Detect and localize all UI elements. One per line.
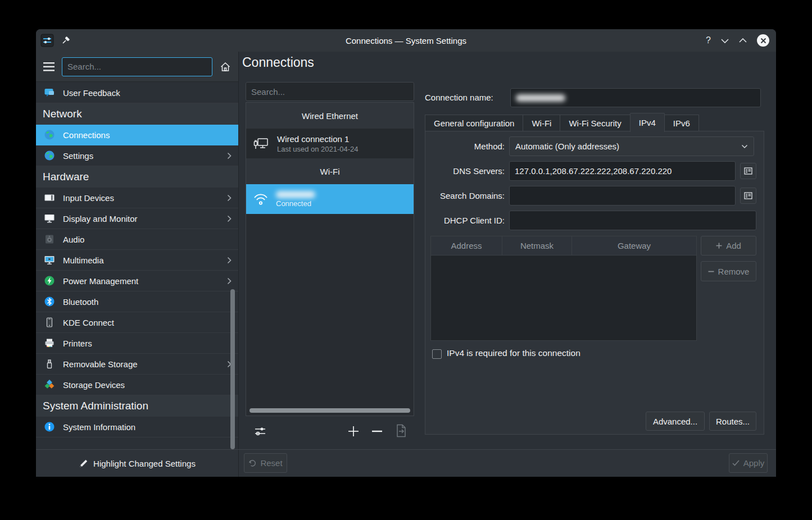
pin-icon[interactable] bbox=[61, 35, 71, 45]
window-body: User Feedback Network Connections Settin… bbox=[36, 52, 776, 477]
column-header-gateway[interactable]: Gateway bbox=[572, 236, 696, 255]
feedback-icon bbox=[44, 87, 55, 98]
sidebar-item-storage-devices[interactable]: Storage Devices bbox=[36, 375, 238, 395]
chevron-right-icon bbox=[227, 257, 232, 264]
home-icon[interactable] bbox=[220, 61, 231, 72]
connection-subtitle: Connected bbox=[276, 199, 315, 208]
globe-icon bbox=[44, 129, 55, 140]
system-settings-window: Connections — System Settings ? bbox=[36, 29, 776, 477]
bottom-bar: Highlight Changed Settings Reset Apply bbox=[36, 449, 776, 477]
connection-name-field[interactable] bbox=[510, 88, 761, 107]
reset-button[interactable]: Reset bbox=[244, 453, 287, 473]
export-connection-icon[interactable] bbox=[394, 423, 408, 438]
remove-address-label: Remove bbox=[718, 267, 750, 276]
sidebar-item-audio[interactable]: Audio bbox=[36, 229, 238, 250]
list-item-wifi-connection[interactable]: Connected bbox=[246, 184, 414, 214]
minimize-button[interactable] bbox=[721, 38, 729, 43]
method-combobox[interactable]: Automatic (Only addresses) bbox=[509, 136, 754, 156]
help-button[interactable]: ? bbox=[706, 35, 711, 45]
group-header-wired-ethernet: Wired Ethernet bbox=[246, 103, 414, 129]
sidebar-item-connections[interactable]: Connections bbox=[36, 125, 238, 145]
chevron-right-icon bbox=[227, 152, 232, 159]
tab-wifi[interactable]: Wi-Fi bbox=[523, 115, 560, 131]
sidebar-item-settings[interactable]: Settings bbox=[36, 145, 238, 166]
dns-servers-input[interactable] bbox=[509, 161, 736, 181]
routes-label: Routes... bbox=[716, 417, 750, 426]
search-domains-edit-list-button[interactable] bbox=[740, 188, 756, 204]
pencil-icon bbox=[79, 459, 88, 468]
connection-title: Wired connection 1 bbox=[277, 134, 359, 144]
apply-label: Apply bbox=[743, 458, 765, 468]
list-item-wired-connection-1[interactable]: Wired connection 1 Last used on 2021-04-… bbox=[246, 129, 414, 158]
chevron-right-icon bbox=[227, 215, 232, 222]
tab-general-configuration[interactable]: General configuration bbox=[425, 115, 523, 131]
configure-connection-icon[interactable] bbox=[253, 425, 267, 438]
apply-button[interactable]: Apply bbox=[729, 453, 768, 473]
method-label: Method: bbox=[425, 136, 505, 156]
sidebar-item-input-devices[interactable]: Input Devices bbox=[36, 188, 238, 208]
sidebar-item-multimedia[interactable]: Multimedia bbox=[36, 250, 238, 271]
ipv4-required-label: IPv4 is required for this connection bbox=[447, 348, 580, 358]
maximize-button[interactable] bbox=[739, 38, 747, 43]
sidebar-scrollbar[interactable] bbox=[230, 289, 235, 449]
storage-devices-icon bbox=[44, 379, 55, 390]
undo-icon bbox=[248, 459, 256, 467]
sidebar-item-label: Removable Storage bbox=[63, 359, 138, 369]
sidebar-item-bluetooth[interactable]: Bluetooth bbox=[36, 291, 238, 312]
addresses-table-header: Address Netmask Gateway bbox=[431, 236, 696, 256]
add-address-button[interactable]: Add bbox=[701, 236, 756, 256]
remove-address-button[interactable]: Remove bbox=[701, 261, 756, 281]
connections-search-input[interactable] bbox=[246, 82, 414, 101]
list-horizontal-scrollbar[interactable] bbox=[250, 408, 410, 413]
sidebar-item-label: Printers bbox=[63, 339, 92, 348]
sidebar-list: User Feedback Network Connections Settin… bbox=[36, 83, 238, 449]
column-header-netmask[interactable]: Netmask bbox=[502, 236, 572, 255]
advanced-button[interactable]: Advanced... bbox=[646, 412, 705, 431]
sidebar-item-kde-connect[interactable]: KDE Connect bbox=[36, 312, 238, 333]
dhcp-client-id-input[interactable] bbox=[509, 211, 756, 230]
wifi-icon bbox=[253, 193, 269, 206]
connections-list: Wired Ethernet Wired connection 1 bbox=[246, 102, 414, 416]
sidebar-section-hardware: Hardware bbox=[36, 166, 238, 188]
highlight-changed-settings[interactable]: Highlight Changed Settings bbox=[36, 450, 239, 477]
sidebar-item-power-management[interactable]: Power Management bbox=[36, 271, 238, 291]
sidebar-item-label: Settings bbox=[63, 151, 93, 161]
add-address-label: Add bbox=[726, 241, 741, 250]
sidebar-item-user-feedback[interactable]: User Feedback bbox=[36, 83, 238, 103]
tab-wifi-security[interactable]: Wi-Fi Security bbox=[560, 115, 629, 131]
multimedia-icon bbox=[44, 254, 55, 266]
wired-network-icon bbox=[253, 136, 270, 151]
search-domains-input[interactable] bbox=[509, 186, 736, 206]
column-header-address[interactable]: Address bbox=[431, 236, 502, 255]
sidebar-item-label: Display and Monitor bbox=[63, 214, 138, 223]
ipv4-required-checkbox[interactable] bbox=[432, 349, 442, 359]
sidebar-item-label: Storage Devices bbox=[63, 380, 125, 390]
sidebar-section-network: Network bbox=[36, 103, 238, 125]
redacted-name-value bbox=[516, 94, 565, 102]
hamburger-menu-icon[interactable] bbox=[43, 62, 55, 71]
method-value: Automatic (Only addresses) bbox=[515, 142, 619, 151]
tab-ipv6[interactable]: IPv6 bbox=[665, 115, 699, 131]
sidebar-item-system-information[interactable]: System Information bbox=[36, 417, 238, 437]
ipv4-tab-panel: Method: Automatic (Only addresses) DNS S… bbox=[425, 131, 764, 435]
dns-servers-edit-list-button[interactable] bbox=[740, 163, 756, 179]
routes-button[interactable]: Routes... bbox=[709, 412, 756, 431]
sidebar: User Feedback Network Connections Settin… bbox=[36, 52, 239, 449]
check-icon bbox=[732, 460, 740, 466]
desktop: Connections — System Settings ? bbox=[0, 0, 812, 520]
sidebar-item-label: Multimedia bbox=[63, 256, 104, 265]
sidebar-search-input[interactable] bbox=[62, 57, 212, 76]
sidebar-item-label: KDE Connect bbox=[63, 318, 114, 327]
add-connection-icon[interactable] bbox=[347, 425, 360, 437]
remove-connection-icon[interactable] bbox=[371, 430, 383, 432]
plus-icon bbox=[716, 243, 722, 249]
close-button[interactable] bbox=[757, 34, 769, 47]
chevron-right-icon bbox=[227, 277, 232, 285]
sidebar-item-display-and-monitor[interactable]: Display and Monitor bbox=[36, 208, 238, 229]
sidebar-item-printers[interactable]: Printers bbox=[36, 333, 238, 354]
editor-tabbar: General configuration Wi-Fi Wi-Fi Securi… bbox=[425, 112, 699, 131]
sidebar-item-removable-storage[interactable]: Removable Storage bbox=[36, 354, 238, 375]
app-icon bbox=[40, 34, 54, 47]
tab-ipv4[interactable]: IPv4 bbox=[630, 113, 665, 132]
sidebar-section-system-administration: System Administration bbox=[36, 395, 238, 417]
